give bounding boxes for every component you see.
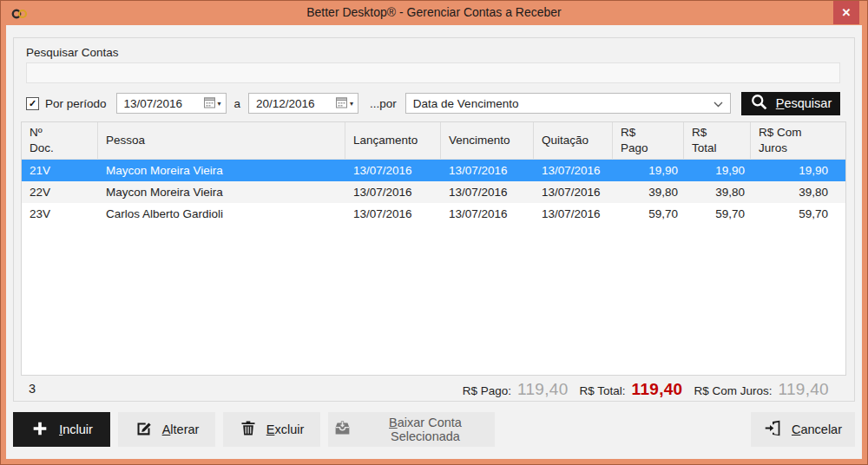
column-header-vencimento[interactable]: Vencimento [441,122,534,159]
close-button[interactable]: ✕ [833,1,859,24]
period-checkbox-label[interactable]: Por período [45,97,107,110]
baixar-conta-button[interactable]: Baixar Conta Selecionada [328,412,495,447]
inbox-download-icon [333,419,352,440]
date-from-value: 13/07/2016 [124,97,203,110]
date-from-field[interactable]: 13/07/2016 ▾ [116,93,227,114]
row-count: 3 [29,382,36,396]
column-header-quitacao[interactable]: Quitação [534,122,613,159]
column-header-juros[interactable]: R$ Com Juros [751,122,845,159]
column-header-pago[interactable]: R$ Pago [613,122,684,159]
chevron-down-icon [713,97,723,110]
search-input[interactable] [26,62,840,83]
panel-title: Pesquisar Contas [26,46,119,59]
total-pago-label: R$ Pago: [463,384,511,397]
edit-icon [135,419,153,440]
date-dropdown-arrow-icon[interactable]: ▾ [218,100,221,108]
date-to-field[interactable]: 20/12/2016 ▾ [248,93,358,114]
alterar-button[interactable]: Alterar [118,412,215,447]
dialog-content: Pesquisar Contas ✓ Por período 13/07/201… [6,25,862,459]
app-window: Better Desktop® - Gerenciar Contas a Rec… [0,0,868,465]
action-bar: Incluir Alterar [13,412,855,447]
search-panel: Pesquisar Contas ✓ Por período 13/07/201… [13,37,855,402]
calendar-icon[interactable] [335,96,348,111]
check-icon: ✓ [29,99,36,108]
column-header-total[interactable]: R$ Total [684,122,751,159]
column-header-doc[interactable]: Nº Doc. [22,122,98,159]
total-juros-value: 119,40 [778,380,829,399]
total-total-value: 119,40 [632,380,683,399]
date-dropdown-arrow-icon[interactable]: ▾ [350,100,353,108]
trash-icon [240,419,257,440]
total-total-label: R$ Total: [580,384,626,397]
close-icon: ✕ [842,6,852,19]
table-body: 21V Maycon Moreira Vieira 13/07/2016 13/… [22,160,845,225]
range-separator-label: a [234,97,241,110]
total-pago-value: 119,40 [517,380,569,399]
window-title: Better Desktop® - Gerenciar Contas a Rec… [1,5,867,19]
alterar-button-label: Alterar [162,422,200,436]
pesquisar-button-label: Pesquisar [776,96,832,110]
plus-icon [30,419,49,441]
totals-bar: R$ Pago: 119,40 R$ Total: 119,40 R$ Com … [463,380,829,399]
total-juros-label: R$ Com Juros: [694,384,772,397]
table-header: Nº Doc. Pessoa Lançamento Vencimento Qui… [22,122,845,160]
table-row[interactable]: 22V Maycon Moreira Vieira 13/07/2016 13/… [22,181,845,203]
table-row[interactable]: 23V Carlos Alberto Gardioli 13/07/2016 1… [22,203,845,225]
filter-row: ✓ Por período 13/07/2016 [26,92,840,115]
order-by-label: ...por [370,97,397,110]
incluir-button[interactable]: Incluir [13,412,110,447]
excluir-button[interactable]: Excluir [223,412,320,447]
order-by-select[interactable]: Data de Vencimento [405,93,731,114]
column-header-pessoa[interactable]: Pessoa [98,122,345,159]
order-by-selected-value: Data de Vencimento [413,97,713,110]
title-bar: Better Desktop® - Gerenciar Contas a Rec… [1,1,867,25]
calendar-icon[interactable] [203,96,216,111]
cancelar-button-label: Cancelar [792,422,842,436]
exit-door-icon [764,419,782,440]
excluir-button-label: Excluir [266,422,305,436]
accounts-table: Nº Doc. Pessoa Lançamento Vencimento Qui… [21,121,846,376]
period-checkbox[interactable]: ✓ [26,97,39,110]
column-header-lancamento[interactable]: Lançamento [345,122,441,159]
search-icon [750,93,768,114]
incluir-button-label: Incluir [59,422,93,436]
pesquisar-button[interactable]: Pesquisar [741,92,840,115]
table-row[interactable]: 21V Maycon Moreira Vieira 13/07/2016 13/… [22,160,845,181]
cancelar-button[interactable]: Cancelar [751,412,855,447]
date-to-value: 20/12/2016 [256,97,335,110]
baixar-conta-button-label: Baixar Conta Selecionada [361,416,490,443]
